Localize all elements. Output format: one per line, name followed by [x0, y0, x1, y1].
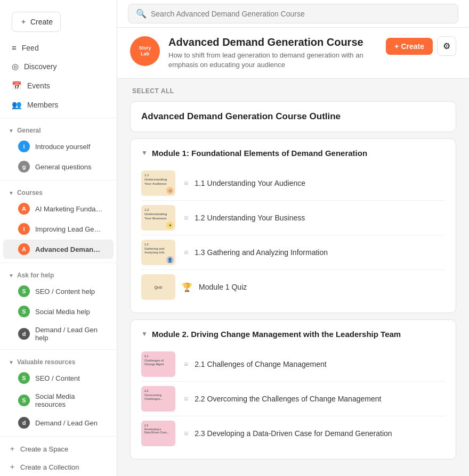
module-1-header: ▼ Module 1: Foundational Elements of Dem… — [141, 147, 445, 159]
seo-res-icon: S — [18, 372, 30, 384]
sidebar-item-feed[interactable]: ≡ Feed — [3, 39, 114, 56]
create-course-label: + Create — [394, 42, 424, 51]
thumb-2-3: 2.3Developing aData-Driven Case... — [141, 421, 175, 446]
create-course-button[interactable]: + Create — [386, 38, 433, 55]
course-header: StoryLab Advanced Demand Generation Cour… — [117, 28, 469, 79]
drag-handle-1-3: ≡ — [184, 248, 188, 257]
module-2-header: ▼ Module 2. Driving Change Management wi… — [141, 329, 445, 340]
create-space-label: Create a Space — [20, 445, 68, 453]
sidebar-item-introduce[interactable]: i Introduce yourself — [3, 137, 114, 156]
chevron-down-icon-2: ▼ — [9, 190, 14, 196]
sidebar-item-seo-help[interactable]: S SEO / Content help — [3, 282, 114, 301]
social-res-label: Social Media resources — [35, 392, 105, 408]
thumb-1-1: 1.1UnderstandingYour Audience ⊙ — [141, 170, 175, 196]
thumb-2-1: 2.1Challenges ofChange Mgmt — [141, 351, 175, 377]
sidebar-item-advanced-demand[interactable]: A Advanced Demand Generati... — [3, 240, 114, 259]
sidebar-item-members[interactable]: 👥 Members — [3, 96, 114, 114]
create-collection-item[interactable]: ＋ Create a Collection — [0, 458, 117, 476]
section-ask-help[interactable]: ▼ Ask for help — [0, 266, 117, 281]
demand-res-icon: d — [18, 417, 30, 429]
plus-space-icon: ＋ — [9, 444, 16, 454]
chevron-down-icon-3: ▼ — [9, 273, 14, 278]
divider-4 — [0, 349, 117, 350]
sidebar: ＋ Create ≡ Feed ◎ Discovery 📅 Events 👥 M… — [0, 0, 117, 476]
ai-marketing-label: AI Marketing Fundamentals — [35, 205, 104, 213]
main-area: 🔍 StoryLab Advanced Demand Generation Co… — [117, 0, 469, 476]
module-1-card: ▼ Module 1: Foundational Elements of Dem… — [130, 138, 456, 313]
thumb-1-2: 1.2UnderstandingYour Business ✦ — [141, 205, 175, 231]
course-avatar: StoryLab — [130, 36, 160, 66]
chevron-down-icon-4: ▼ — [9, 359, 14, 365]
improving-lead-label: Improving Lead Generation — [35, 225, 104, 233]
sidebar-item-demand-help[interactable]: d Demand / Lead Gen help — [3, 322, 114, 346]
outline-title: Advanced Demand Generation Course Outlin… — [141, 111, 445, 122]
lesson-2-1: 2.1Challenges ofChange Mgmt ≡ 2.1 Challe… — [141, 347, 445, 382]
drag-handle-1-1: ≡ — [184, 179, 188, 187]
members-icon: 👥 — [12, 100, 22, 110]
lesson-2-3: 2.3Developing aData-Driven Case... ≡ 2.3… — [141, 416, 445, 450]
divider — [0, 118, 117, 118]
module-1-chevron[interactable]: ▼ — [141, 149, 148, 157]
search-bar[interactable]: 🔍 — [128, 4, 458, 23]
module-1-title: Module 1: Foundational Elements of Deman… — [152, 147, 367, 159]
sidebar-item-social-help[interactable]: S Social Media help — [3, 302, 114, 321]
divider-3 — [0, 262, 117, 263]
thumb-1-3: 1.3Gathering andAnalyzing Info 👤 — [141, 240, 175, 265]
sidebar-item-improving-lead[interactable]: I Improving Lead Generation — [3, 219, 114, 239]
sidebar-item-seo-res[interactable]: S SEO / Content — [3, 368, 114, 388]
seo-res-label: SEO / Content — [35, 374, 80, 382]
seo-help-label: SEO / Content help — [35, 288, 95, 296]
topbar: 🔍 — [117, 0, 469, 28]
drag-handle-1-2: ≡ — [184, 214, 188, 222]
plus-icon: ＋ — [20, 17, 27, 27]
search-icon: 🔍 — [136, 9, 147, 19]
create-button[interactable]: ＋ Create — [12, 12, 61, 32]
sidebar-feed-label: Feed — [22, 44, 39, 52]
sidebar-members-label: Members — [27, 101, 58, 109]
module-2-title: Module 2. Driving Change Management with… — [152, 329, 401, 340]
section-courses[interactable]: ▼ Courses — [0, 184, 117, 199]
lesson-2-3-text: 2.3 Developing a Data-Driven Case for De… — [195, 429, 445, 438]
sidebar-item-discovery[interactable]: ◎ Discovery — [3, 58, 114, 76]
lesson-2-2-text: 2.2 Overcoming the Challenges of Change … — [195, 395, 445, 403]
social-res-icon: S — [18, 395, 30, 406]
drag-handle-2-1: ≡ — [184, 360, 188, 368]
lesson-1-1-text: 1.1 Understanding Your Audience — [195, 179, 445, 187]
create-space-item[interactable]: ＋ Create a Space — [0, 440, 117, 458]
sidebar-item-social-res[interactable]: S Social Media resources — [3, 389, 114, 412]
seo-help-icon: S — [18, 285, 30, 297]
select-all-label[interactable]: SELECT ALL — [130, 87, 456, 95]
outline-card: Advanced Demand Generation Course Outlin… — [130, 101, 456, 132]
trophy-icon: 🏆 — [182, 282, 192, 292]
social-help-label: Social Media help — [35, 308, 90, 316]
module-2-chevron[interactable]: ▼ — [141, 330, 148, 338]
ai-marketing-icon: A — [18, 203, 30, 215]
social-help-icon: S — [18, 306, 30, 317]
search-input[interactable] — [151, 10, 450, 18]
course-title: Advanced Demand Generation Course — [168, 36, 377, 48]
demand-res-label: Demand / Lead Gen — [35, 419, 98, 427]
quiz-text: Module 1 Quiz — [199, 283, 445, 291]
create-collection-label: Create a Collection — [20, 463, 79, 471]
settings-button[interactable]: ⚙ — [437, 36, 456, 56]
create-label: Create — [30, 18, 53, 26]
sidebar-item-demand-res[interactable]: d Demand / Lead Gen — [3, 413, 114, 432]
module-2-card: ▼ Module 2. Driving Change Management wi… — [130, 319, 456, 459]
lesson-1-1: 1.1UnderstandingYour Audience ⊙ ≡ 1.1 Un… — [141, 166, 445, 201]
sidebar-events-label: Events — [27, 81, 50, 90]
compass-icon: ◎ — [12, 62, 19, 71]
introduce-label: Introduce yourself — [35, 143, 90, 151]
calendar-icon: 📅 — [12, 81, 22, 91]
section-valuable[interactable]: ▼ Valuable resources — [0, 353, 117, 368]
divider-2 — [0, 180, 117, 180]
lesson-2-1-text: 2.1 Challenges of Change Management — [195, 360, 445, 368]
advanced-demand-label: Advanced Demand Generati... — [35, 245, 104, 253]
thumb-2-2: 2.2OvercomingChallenges... — [141, 386, 175, 412]
drag-handle-2-2: ≡ — [184, 395, 188, 403]
section-general[interactable]: ▼ General — [0, 121, 117, 136]
sidebar-item-events[interactable]: 📅 Events — [3, 77, 114, 95]
sidebar-item-ai-marketing[interactable]: A AI Marketing Fundamentals — [3, 199, 114, 218]
sidebar-item-general-questions[interactable]: g General questions — [3, 157, 114, 176]
content-area: SELECT ALL Advanced Demand Generation Co… — [117, 79, 469, 476]
lesson-1-3-text: 1.3 Gathering and Analyzing Information — [195, 248, 445, 257]
